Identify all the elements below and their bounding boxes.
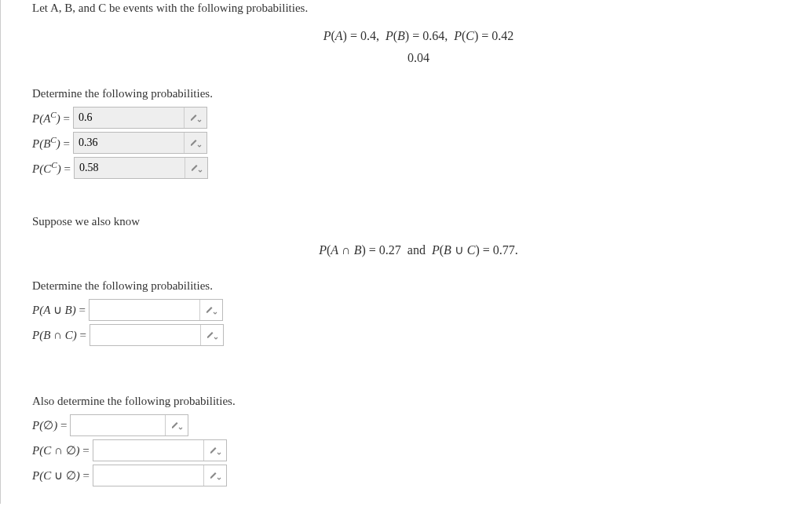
setop-label: P(A ∪ B) = xyxy=(32,303,89,317)
setop-label: P(B ∩ C) = xyxy=(32,329,90,342)
given-probabilities: P(A) = 0.4, P(B) = 0.64, P(C) = 0.42 xyxy=(32,29,804,43)
given-probabilities-2: P(A ∩ B) = 0.27 and P(B ∪ C) = 0.77. xyxy=(32,242,804,257)
setop-input[interactable] xyxy=(90,325,200,345)
section2-heading: Determine the following probabilities. xyxy=(32,279,804,293)
emptyset-field xyxy=(70,414,188,436)
emptyset-field xyxy=(93,439,227,461)
complement-row: P(AC) = xyxy=(32,105,804,130)
emptyset-label: P(∅) = xyxy=(32,418,70,432)
given-sub: 0.04 xyxy=(32,51,804,65)
emptyset-row: P(∅) = xyxy=(32,413,804,438)
equation-tool-icon[interactable] xyxy=(203,440,226,461)
emptyset-label: P(C ∪ ∅) = xyxy=(32,468,93,483)
setop-row: P(B ∩ C) = xyxy=(32,322,804,348)
section3-heading: Also determine the following probabiliti… xyxy=(32,395,804,408)
equation-tool-icon[interactable] xyxy=(185,158,207,178)
complement-label: P(BC) = xyxy=(32,135,73,151)
complement-row: P(BC) = xyxy=(32,130,804,155)
emptyset-input[interactable] xyxy=(93,440,203,461)
setop-input[interactable] xyxy=(90,300,199,320)
equation-tool-icon[interactable] xyxy=(184,107,206,128)
complement-input[interactable] xyxy=(75,158,185,178)
complement-input[interactable] xyxy=(74,107,184,128)
equation-tool-icon[interactable] xyxy=(199,300,222,320)
equation-tool-icon[interactable] xyxy=(200,325,223,345)
setop-field xyxy=(89,299,223,321)
emptyset-input[interactable] xyxy=(93,465,203,486)
setop-field xyxy=(90,324,224,346)
emptyset-row: P(C ∪ ∅) = xyxy=(32,463,804,488)
complement-field xyxy=(73,132,207,154)
complement-label: P(AC) = xyxy=(32,110,73,126)
complement-label: P(CC) = xyxy=(32,160,74,176)
complement-field xyxy=(74,157,208,179)
equation-tool-icon[interactable] xyxy=(203,465,226,486)
suppose-text: Suppose we also know xyxy=(32,215,804,228)
emptyset-input[interactable] xyxy=(71,415,165,435)
emptyset-label: P(C ∩ ∅) = xyxy=(32,443,93,457)
intro-text: Let A, B, and C be events with the follo… xyxy=(32,0,804,15)
equation-tool-icon[interactable] xyxy=(165,415,188,435)
emptyset-row: P(C ∩ ∅) = xyxy=(32,438,804,463)
complement-row: P(CC) = xyxy=(32,155,804,180)
equation-tool-icon[interactable] xyxy=(184,133,206,153)
complement-field xyxy=(73,107,207,129)
emptyset-field xyxy=(93,465,227,486)
setop-row: P(A ∪ B) = xyxy=(32,297,804,322)
section1-heading: Determine the following probabilities. xyxy=(32,87,804,100)
complement-input[interactable] xyxy=(74,133,184,153)
